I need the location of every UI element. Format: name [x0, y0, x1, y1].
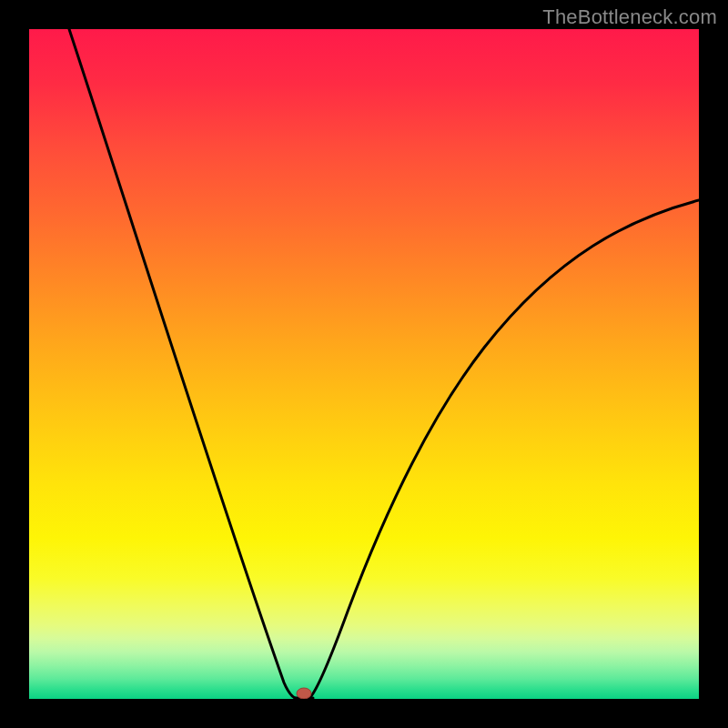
watermark-text: TheBottleneck.com	[542, 5, 717, 29]
curve-left-branch	[69, 29, 298, 699]
curve-right-branch	[309, 200, 699, 698]
curve-svg	[29, 29, 699, 699]
plot-area	[29, 29, 699, 699]
min-marker	[297, 688, 311, 699]
chart-frame: TheBottleneck.com	[0, 0, 728, 728]
